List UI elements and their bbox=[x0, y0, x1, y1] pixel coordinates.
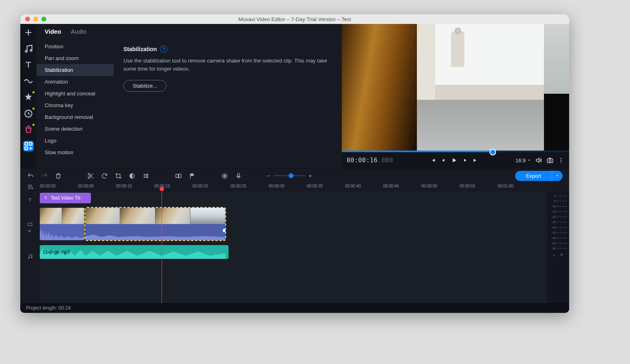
redo-icon[interactable] bbox=[41, 172, 48, 179]
svg-rect-20 bbox=[237, 173, 239, 177]
svg-point-11 bbox=[88, 173, 90, 175]
stickers-icon[interactable] bbox=[23, 125, 34, 135]
export-button[interactable]: Export bbox=[515, 171, 552, 181]
ruler-tick: 00:00:40 bbox=[345, 184, 361, 188]
app-window: Movavi Video Editor – 7-Day Trial Versio… bbox=[20, 14, 569, 313]
delete-icon[interactable] bbox=[54, 172, 62, 179]
marker-icon[interactable] bbox=[188, 172, 196, 179]
tab-audio[interactable]: Audio bbox=[71, 28, 86, 35]
sublist-item-position[interactable]: Position bbox=[37, 41, 114, 52]
color-adjust-icon[interactable] bbox=[128, 172, 136, 179]
preview-progress-slider[interactable] bbox=[342, 151, 569, 152]
tab-video[interactable]: Video bbox=[45, 28, 61, 35]
project-length-label: Project length: 00:24 bbox=[26, 305, 71, 311]
window-titlebar: Movavi Video Editor – 7-Day Trial Versio… bbox=[20, 14, 569, 24]
video-track-header[interactable] bbox=[20, 209, 40, 246]
record-audio-icon[interactable] bbox=[235, 172, 242, 179]
ruler-tick: 00:00:55 bbox=[460, 184, 475, 188]
frame-back-icon[interactable] bbox=[440, 157, 447, 164]
svg-point-15 bbox=[147, 177, 148, 178]
transitions-icon[interactable] bbox=[23, 76, 34, 86]
crop-icon[interactable] bbox=[114, 172, 122, 179]
ruler-tick: 00:00:10 bbox=[116, 184, 132, 188]
svg-point-9 bbox=[561, 160, 561, 161]
sublist-item-stabilization[interactable]: Stabilization bbox=[37, 64, 114, 76]
ruler-tick: 00:00:20 bbox=[192, 184, 208, 188]
undo-icon[interactable] bbox=[27, 172, 34, 179]
sublist-item-panzoom[interactable]: Pan and zoom bbox=[37, 52, 114, 64]
skip-back-icon[interactable] bbox=[429, 157, 436, 164]
svg-point-22 bbox=[28, 257, 29, 258]
audio-level-meter: 0-5-10-15-20-25-30-35-40-45-50LR bbox=[547, 192, 569, 303]
tool-sublist: Position Pan and zoom Stabilization Anim… bbox=[37, 39, 114, 168]
svg-rect-21 bbox=[28, 223, 32, 226]
audio-clip[interactable]: Lounge.mp3 bbox=[40, 245, 229, 259]
video-clip-1[interactable] bbox=[40, 208, 84, 240]
help-icon[interactable]: ? bbox=[160, 45, 167, 53]
status-bar: Project length: 00:24 bbox=[20, 303, 569, 313]
ruler-tick: 00:00:50 bbox=[421, 184, 437, 188]
svg-point-0 bbox=[25, 50, 27, 52]
video-clip-2-selected[interactable] bbox=[85, 208, 225, 240]
stabilize-button[interactable]: Stabilize... bbox=[123, 80, 166, 92]
svg-point-23 bbox=[31, 257, 32, 258]
transition-wizard-icon[interactable] bbox=[175, 172, 182, 179]
split-icon[interactable] bbox=[87, 172, 94, 179]
svg-point-12 bbox=[88, 177, 90, 178]
sublist-item-animation[interactable]: Animation bbox=[37, 76, 114, 88]
zoom-in-icon[interactable]: + bbox=[309, 173, 312, 179]
sublist-item-bgrem[interactable]: Background removal bbox=[37, 111, 114, 123]
export-dropdown[interactable] bbox=[552, 171, 563, 181]
tools-tab-row: Video Audio bbox=[37, 24, 342, 39]
svg-rect-17 bbox=[179, 174, 181, 178]
timeline-toolbar: − + Export bbox=[20, 168, 569, 183]
svg-point-7 bbox=[549, 160, 551, 162]
rotate-icon[interactable] bbox=[101, 172, 108, 179]
ruler-tick: 00:00:00 bbox=[40, 184, 56, 188]
timeline: 00:00:0000:00:0500:00:1000:00:1500:00:20… bbox=[20, 183, 569, 303]
record-video-icon[interactable] bbox=[221, 172, 228, 179]
ruler-tick: 00:01:00 bbox=[498, 184, 513, 188]
aspect-ratio-selector[interactable]: 16:9 bbox=[516, 157, 531, 164]
preview-controls: 00:00:16.000 16:9 bbox=[342, 152, 569, 168]
sublist-item-scene[interactable]: Scene detection bbox=[37, 123, 114, 135]
add-media-icon[interactable] bbox=[23, 27, 34, 38]
svg-rect-16 bbox=[176, 174, 178, 178]
preview-more-icon[interactable] bbox=[558, 157, 564, 164]
effects-icon[interactable] bbox=[23, 92, 34, 103]
skip-forward-icon[interactable] bbox=[472, 157, 479, 164]
sublist-item-chroma[interactable]: Chroma key bbox=[37, 99, 114, 111]
mute-icon[interactable] bbox=[535, 157, 542, 164]
svg-rect-6 bbox=[547, 159, 553, 163]
sublist-item-logo[interactable]: Logo bbox=[37, 135, 114, 146]
audio-track-header[interactable] bbox=[20, 246, 40, 267]
sublist-item-highlight[interactable]: Highlight and conceal bbox=[37, 88, 114, 99]
audio-library-icon[interactable] bbox=[23, 43, 34, 54]
title-track-header[interactable] bbox=[20, 192, 40, 209]
sublist-item-slowmo[interactable]: Slow motion bbox=[37, 146, 114, 158]
ruler-tick: 00:00:35 bbox=[307, 184, 323, 188]
add-track-icon[interactable] bbox=[27, 184, 33, 190]
zoom-out-icon[interactable]: − bbox=[267, 173, 270, 179]
titles-icon[interactable] bbox=[23, 60, 34, 70]
preview-pane: 00:00:16.000 16:9 bbox=[342, 24, 569, 168]
timeline-ruler[interactable]: 00:00:0000:00:0500:00:1000:00:1500:00:20… bbox=[20, 183, 569, 192]
svg-rect-3 bbox=[25, 142, 28, 145]
track-body[interactable]: Test Video Th Lounge.mp3 bbox=[40, 192, 547, 303]
frame-forward-icon[interactable] bbox=[462, 157, 468, 164]
snapshot-icon[interactable] bbox=[546, 157, 554, 164]
more-tools-icon[interactable] bbox=[23, 141, 34, 151]
elements-icon[interactable] bbox=[23, 108, 34, 119]
window-title: Movavi Video Editor – 7-Day Trial Versio… bbox=[20, 16, 569, 22]
clip-properties-icon[interactable] bbox=[142, 172, 149, 179]
ruler-tick: 00:00:45 bbox=[383, 184, 399, 188]
tools-panel: Video Audio Position Pan and zoom Stabil… bbox=[37, 24, 342, 168]
preview-video[interactable] bbox=[342, 24, 569, 151]
timeline-playhead[interactable] bbox=[162, 192, 162, 303]
title-clip[interactable]: Test Video Th bbox=[40, 193, 91, 203]
track-headers bbox=[20, 192, 40, 303]
sidebar-rail bbox=[20, 24, 37, 168]
timeline-zoom-slider[interactable]: − + bbox=[267, 173, 312, 179]
play-icon[interactable] bbox=[451, 157, 458, 164]
ruler-tick: 00:00:05 bbox=[78, 184, 94, 188]
